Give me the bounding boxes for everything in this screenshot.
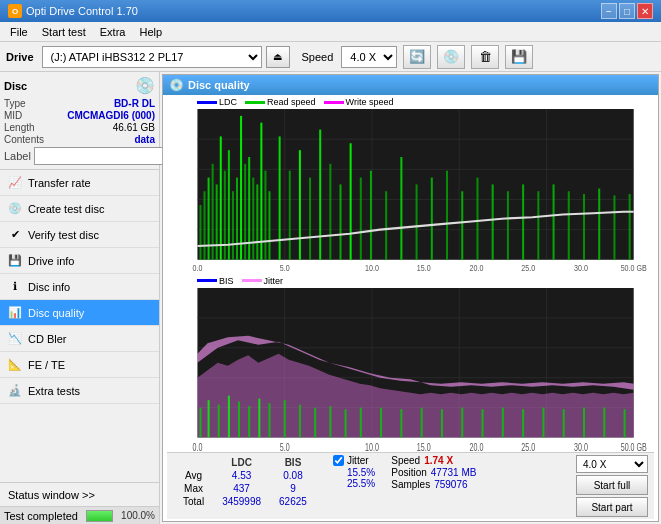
svg-text:25.0: 25.0 <box>521 262 535 273</box>
svg-rect-22 <box>252 178 254 260</box>
svg-text:12X: 12X <box>639 167 652 178</box>
svg-text:16X: 16X <box>639 137 652 148</box>
nav-fe-te[interactable]: 📐 FE / TE <box>0 352 159 378</box>
avg-ldc: 4.53 <box>214 470 269 481</box>
burn-button[interactable]: 💿 <box>437 45 465 69</box>
svg-text:5.0: 5.0 <box>280 441 290 452</box>
menu-start-test[interactable]: Start test <box>36 24 92 40</box>
svg-text:50.0 GB: 50.0 GB <box>621 262 647 273</box>
nav-verify-test-disc[interactable]: ✔ Verify test disc <box>0 222 159 248</box>
jitter-checkbox[interactable] <box>333 455 344 466</box>
svg-text:50.0 GB: 50.0 GB <box>621 441 647 452</box>
nav-disc-quality[interactable]: 📊 Disc quality <box>0 300 159 326</box>
disc-contents-value: data <box>134 134 155 145</box>
svg-rect-33 <box>339 184 341 259</box>
svg-text:18X: 18X <box>639 109 652 118</box>
progress-percent: 100.0% <box>121 510 155 521</box>
disc-quality-panel: 💿 Disc quality LDC Read speed <box>162 74 659 522</box>
svg-text:30.0: 30.0 <box>574 262 588 273</box>
menu-extra[interactable]: Extra <box>94 24 132 40</box>
drive-select[interactable]: (J:) ATAPI iHBS312 2 PL17 <box>42 46 262 68</box>
position-label: Position <box>391 467 427 478</box>
svg-rect-28 <box>289 171 291 260</box>
svg-text:16%: 16% <box>639 375 653 387</box>
drive-info-icon: 💾 <box>8 254 22 268</box>
disc-quality-header-icon: 💿 <box>169 78 184 92</box>
col-header-bis: BIS <box>271 457 315 468</box>
nav-create-test-disc-label: Create test disc <box>28 203 104 215</box>
svg-rect-26 <box>268 191 270 260</box>
stats-max-row: Max 437 9 <box>175 483 315 494</box>
svg-rect-92 <box>299 404 301 437</box>
svg-text:30.0: 30.0 <box>574 441 588 452</box>
svg-rect-90 <box>268 403 270 437</box>
action-section: 4.0 X Start full Start part <box>576 455 648 517</box>
disc-quality-header: 💿 Disc quality <box>163 75 658 95</box>
jitter-avg-row: 15.5% <box>333 467 375 478</box>
nav-transfer-rate[interactable]: 📈 Transfer rate <box>0 170 159 196</box>
menu-file[interactable]: File <box>4 24 34 40</box>
total-ldc: 3459998 <box>214 496 269 507</box>
disc-label-input[interactable] <box>34 147 167 165</box>
eject-button[interactable]: ⏏ <box>266 46 290 68</box>
svg-rect-43 <box>476 178 478 260</box>
start-part-button[interactable]: Start part <box>576 497 648 517</box>
col-header-empty <box>175 457 212 468</box>
jitter-section: Jitter 15.5% 25.5% <box>333 455 375 489</box>
svg-text:20.0: 20.0 <box>470 441 484 452</box>
disc-contents-label: Contents <box>4 134 44 145</box>
nav-items: 📈 Transfer rate 💿 Create test disc ✔ Ver… <box>0 170 159 482</box>
read-speed-select[interactable]: 4.0 X <box>576 455 648 473</box>
svg-rect-14 <box>220 136 222 259</box>
content-area: 💿 Disc quality LDC Read speed <box>160 72 661 524</box>
refresh-button[interactable]: 🔄 <box>403 45 431 69</box>
svg-rect-105 <box>542 407 544 437</box>
svg-rect-15 <box>224 171 226 260</box>
svg-rect-19 <box>240 116 242 260</box>
nav-cd-bler[interactable]: 📉 CD Bler <box>0 326 159 352</box>
svg-text:10.0: 10.0 <box>365 441 379 452</box>
svg-rect-95 <box>345 409 347 437</box>
svg-rect-99 <box>421 407 423 437</box>
close-button[interactable]: ✕ <box>637 3 653 19</box>
drive-label: Drive <box>6 51 34 63</box>
svg-rect-100 <box>441 409 443 437</box>
stats-table: LDC BIS Avg 4.53 0.08 Max <box>173 455 317 509</box>
speed-select[interactable]: 4.0 X <box>341 46 397 68</box>
maximize-button[interactable]: □ <box>619 3 635 19</box>
svg-rect-103 <box>502 407 504 437</box>
svg-rect-13 <box>216 184 218 259</box>
app-icon: O <box>8 4 22 18</box>
samples-value: 759076 <box>434 479 467 490</box>
nav-create-test-disc[interactable]: 💿 Create test disc <box>0 196 159 222</box>
svg-rect-106 <box>563 409 565 437</box>
menu-help[interactable]: Help <box>133 24 168 40</box>
svg-text:8: 8 <box>191 330 195 342</box>
status-window-button[interactable]: Status window >> <box>0 482 159 506</box>
nav-disc-info[interactable]: ℹ Disc info <box>0 274 159 300</box>
position-row: Position 47731 MB <box>391 467 476 478</box>
title-bar: O Opti Drive Control 1.70 − □ ✕ <box>0 0 661 22</box>
svg-rect-35 <box>360 178 362 260</box>
stats-total-row: Total 3459998 62625 <box>175 496 315 507</box>
start-full-button[interactable]: Start full <box>576 475 648 495</box>
nav-drive-info[interactable]: 💾 Drive info <box>0 248 159 274</box>
svg-text:500: 500 <box>184 109 196 118</box>
svg-rect-38 <box>400 157 402 260</box>
svg-text:4X: 4X <box>639 227 648 238</box>
svg-text:25.0: 25.0 <box>521 441 535 452</box>
title-bar-left: O Opti Drive Control 1.70 <box>8 4 138 18</box>
svg-rect-16 <box>228 150 230 260</box>
nav-extra-tests[interactable]: 🔬 Extra tests <box>0 378 159 404</box>
svg-rect-36 <box>370 171 372 260</box>
bottom-chart: 10 9 8 7 6 5 4 3 2 1 40% 32% 24% <box>167 288 654 453</box>
svg-text:4: 4 <box>191 390 195 402</box>
svg-text:20.0: 20.0 <box>470 262 484 273</box>
erase-button[interactable]: 🗑 <box>471 45 499 69</box>
save-button[interactable]: 💾 <box>505 45 533 69</box>
max-bis: 9 <box>271 483 315 494</box>
top-chart-svg: 500 400 300 200 100 18X 16X 12X 8X 4X 0.… <box>167 109 654 274</box>
minimize-button[interactable]: − <box>601 3 617 19</box>
stats-avg-row: Avg 4.53 0.08 <box>175 470 315 481</box>
svg-rect-84 <box>208 400 210 437</box>
